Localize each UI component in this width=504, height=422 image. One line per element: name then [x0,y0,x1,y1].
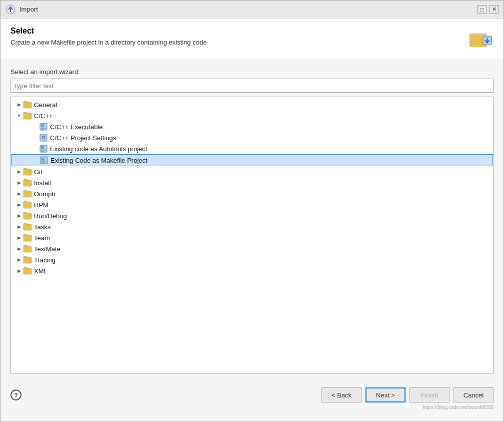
window-title: Import [20,6,38,13]
expand-arrow[interactable]: ▶ [15,223,23,231]
svg-rect-17 [42,158,44,161]
filter-label: Select an import wizard: [10,68,494,76]
next-button[interactable]: Next > [366,387,406,402]
button-bar: ? < Back Next > Finish Cancel [10,387,494,402]
tree-item-cpp-make[interactable]: Existing Code as Makefile Project [11,154,493,166]
expand-arrow[interactable]: ▶ [15,234,23,242]
maximize-button[interactable]: □ [478,5,486,14]
wizard-icon-container [468,27,494,52]
content-section: Select an import wizard: ▶ General▼ C/C+… [0,60,504,381]
item-label: Git [34,168,42,176]
tree-item-tracing[interactable]: ▶ Tracing [11,254,493,265]
tree-item-cpp-auto[interactable]: Existing code as Autotools project [11,143,493,154]
expand-arrow[interactable]: ▶ [15,168,23,176]
tree-item-rundebug[interactable]: ▶ Run/Debug [11,210,493,221]
tree-item-cpp-proj[interactable]: C/C++ Project Settings [11,132,493,143]
item-label: Existing Code as Makefile Project [50,157,148,164]
header-section: Select Create a new Makefile project in … [0,19,504,60]
expand-arrow[interactable]: ▶ [15,179,23,187]
item-label: Tracing [34,256,56,264]
title-bar-controls: □ ✕ [478,5,498,14]
svg-point-11 [43,137,44,138]
expand-arrow[interactable]: ▶ [15,101,23,109]
tree-item-rpm[interactable]: ▶ RPM [11,199,493,210]
item-label: Run/Debug [34,212,67,220]
item-label: General [34,101,57,109]
tree-item-cpp-exec[interactable]: C/C++ Executable [11,121,493,132]
title-bar: Import □ ✕ [0,1,504,19]
expand-arrow[interactable]: ▶ [15,190,23,198]
tree-item-team[interactable]: ▶ Team [11,232,493,243]
watermark: https://blog.csdn.net/zwzxk8205 [10,404,494,410]
page-description: Create a new Makefile project in a direc… [10,39,206,46]
item-label: Tasks [34,223,50,231]
app-icon [6,5,16,15]
item-label: C/C++ Project Settings [50,134,116,142]
tree-item-git[interactable]: ▶ Git [11,166,493,177]
item-label: Install [34,179,51,187]
help-button[interactable]: ? [10,389,22,400]
item-label: Existing code as Autotools project [50,145,147,153]
back-button[interactable]: < Back [322,387,362,402]
filter-input[interactable] [10,79,494,93]
finish-button[interactable]: Finish [410,387,450,402]
expand-arrow[interactable]: ▼ [15,112,23,120]
import-dialog: Import □ ✕ Select Create a new Makefile … [0,0,504,422]
svg-rect-6 [41,124,44,127]
cancel-button[interactable]: Cancel [454,387,494,402]
tree-item-tasks[interactable]: ▶ Tasks [11,221,493,232]
tree-item-oomph[interactable]: ▶ Oomph [11,188,493,199]
tree-item-cpp[interactable]: ▼ C/C++ [11,110,493,121]
item-label: RPM [34,201,48,209]
title-bar-left: Import [6,5,38,15]
header-text: Select Create a new Makefile project in … [10,27,206,46]
item-label: C/C++ [34,112,53,120]
expand-arrow[interactable]: ▶ [15,212,23,220]
item-label: Team [34,234,50,242]
item-label: C/C++ Executable [50,123,103,131]
close-button[interactable]: ✕ [490,5,498,14]
expand-arrow[interactable]: ▶ [15,201,23,209]
tree-item-general[interactable]: ▶ General [11,99,493,110]
item-label: Oomph [34,190,56,198]
expand-arrow[interactable]: ▶ [15,245,23,253]
tree-item-xml[interactable]: ▶ XML [11,265,493,276]
footer-area: ? < Back Next > Finish Cancel https://bl… [0,381,504,421]
item-label: TextMate [34,245,60,253]
tree-item-install[interactable]: ▶ Install [11,177,493,188]
expand-arrow[interactable]: ▶ [15,267,23,275]
expand-arrow[interactable]: ▶ [15,256,23,264]
tree-item-textmate[interactable]: ▶ TextMate [11,243,493,254]
item-label: XML [34,267,48,275]
import-wizard-icon [468,28,494,50]
page-title: Select [10,27,206,36]
svg-rect-13 [41,146,44,149]
tree-container[interactable]: ▶ General▼ C/C++ C/C++ Executable C/C++ … [10,97,494,373]
